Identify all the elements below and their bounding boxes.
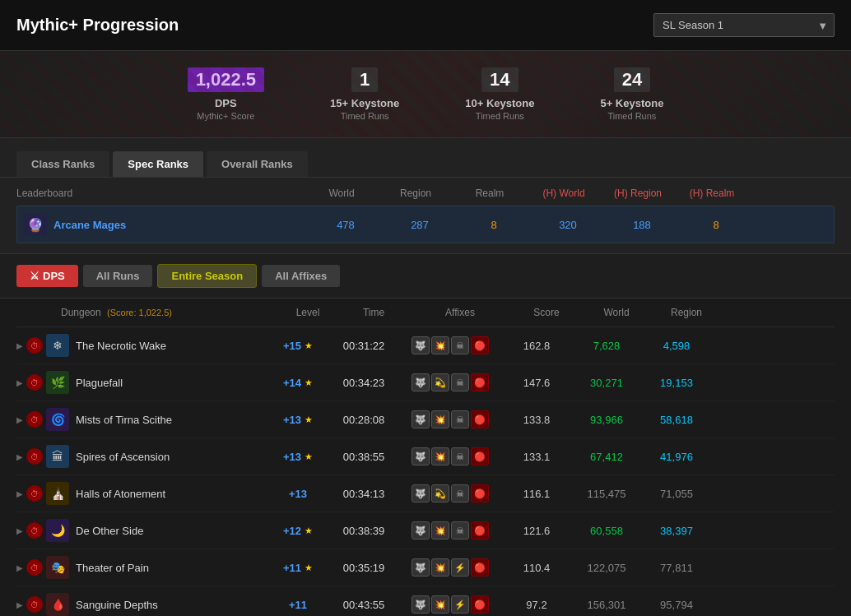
lb-header-region: Region — [379, 188, 453, 199]
dungeon-table-header: Dungeon (Score: 1,022.5) Level Time Affi… — [16, 299, 835, 327]
leaderboard-section: Leaderboard World Region Realm (H) World… — [0, 178, 851, 254]
dungeon-name: Plaguefall — [76, 377, 265, 389]
affix-icon: 🔴 — [471, 521, 489, 540]
page-header: Mythic+ Progression SL Season 1 ▼ — [0, 0, 851, 51]
season-selector[interactable]: SL Season 1 ▼ — [653, 13, 835, 37]
expand-icon[interactable]: ▶ — [16, 415, 23, 424]
stat-dps-score: 1,022.5 DPS Mythic+ Score — [188, 67, 264, 121]
table-row[interactable]: ▶ ⏱ 🌙 De Other Side +12 ★ 00:38:39 🐺 💥 ☠… — [16, 512, 835, 549]
timed-icon: ⏱ — [26, 411, 43, 428]
lb-header-h-region: (H) Region — [601, 188, 675, 199]
dungeon-level: +14 ★ — [265, 377, 331, 389]
dh-region-col: Region — [653, 307, 719, 318]
dungeon-tab-all-runs[interactable]: All Runs — [83, 265, 153, 287]
expand-icon[interactable]: ▶ — [16, 341, 23, 350]
affix-icon: 🔴 — [471, 595, 489, 614]
dungeon-name: The Necrotic Wake — [76, 340, 265, 352]
affix-icon: 💥 — [431, 336, 449, 354]
dungeon-affixes: 🐺 💥 ☠ 🔴 — [397, 410, 504, 428]
dungeon-tab-entire-season[interactable]: Entire Season — [157, 264, 257, 288]
lb-region: 287 — [383, 219, 457, 231]
dungeon-tab-all-affixes[interactable]: All Affixes — [262, 265, 340, 287]
table-row[interactable]: ▶ ⏱ 🌀 Mists of Tirna Scithe +13 ★ 00:28:… — [16, 401, 835, 438]
stat-5plus: 24 5+ Keystone Timed Runs — [600, 67, 663, 121]
lb-header-leaderboard: Leaderboard — [16, 188, 305, 199]
dh-world-col: World — [579, 307, 653, 318]
dungeon-score: 121.6 — [504, 525, 570, 537]
dh-affixes-col: Affixes — [407, 307, 514, 318]
lb-header-world: World — [305, 188, 379, 199]
affix-icon: 🐺 — [412, 447, 430, 465]
affix-icon: 💫 — [431, 373, 449, 391]
dungeon-name: De Other Side — [76, 525, 265, 537]
dungeon-time: 00:38:39 — [331, 525, 397, 537]
affix-icon: 🔴 — [471, 447, 489, 465]
timed-icon: ⏱ — [26, 559, 43, 576]
affix-icon: 🐺 — [412, 410, 430, 428]
affix-icon: 💥 — [431, 447, 449, 465]
dh-dungeon-col: Dungeon (Score: 1,022.5) — [61, 307, 275, 318]
dungeon-name: Theater of Pain — [76, 562, 265, 574]
expand-icon[interactable]: ▶ — [16, 600, 23, 609]
tab-class-ranks[interactable]: Class Ranks — [16, 151, 109, 177]
dungeon-score: 133.8 — [504, 414, 570, 426]
expand-icon[interactable]: ▶ — [16, 452, 23, 461]
dungeon-affixes: 🐺 💥 ☠ 🔴 — [397, 521, 504, 540]
table-row[interactable]: ▶ ⏱ 🌿 Plaguefall +14 ★ 00:34:23 🐺 💫 ☠ 🔴 … — [16, 364, 835, 401]
dh-level-col: Level — [275, 307, 341, 318]
dh-score-col: Score — [514, 307, 579, 318]
dungeon-icon: 🌿 — [46, 371, 69, 394]
dungeon-affixes: 🐺 💥 ☠ 🔴 — [397, 447, 504, 465]
dungeon-controls: ⚔DPS All Runs Entire Season All Affixes — [0, 254, 851, 299]
lb-realm: 8 — [457, 219, 531, 231]
season-select-input[interactable]: SL Season 1 — [653, 13, 835, 37]
affix-icon: ⚡ — [451, 595, 469, 614]
dungeon-region: 41,976 — [644, 451, 709, 463]
lb-header-realm: Realm — [453, 188, 527, 199]
tab-overall-ranks[interactable]: Overall Ranks — [207, 151, 308, 177]
dungeon-world: 30,271 — [570, 377, 644, 389]
expand-icon[interactable]: ▶ — [16, 378, 23, 387]
dungeon-world: 7,628 — [570, 340, 644, 352]
affix-icon: ☠ — [451, 447, 469, 465]
affix-icon: 🔴 — [471, 410, 489, 428]
dungeon-icon: 🎭 — [46, 556, 69, 579]
affix-icon: 🐺 — [412, 595, 430, 614]
15plus-value: 1 — [351, 67, 378, 92]
lb-header-h-world: (H) World — [527, 188, 601, 199]
dungeon-affixes: 🐺 💫 ☠ 🔴 — [397, 484, 504, 503]
affix-icon: 💫 — [431, 484, 449, 503]
dh-score-label: (Score: 1,022.5) — [107, 308, 172, 317]
dungeon-time: 00:34:23 — [331, 377, 397, 389]
affix-icon: ☠ — [451, 410, 469, 428]
expand-icon[interactable]: ▶ — [16, 489, 23, 498]
dungeon-level: +12 ★ — [265, 525, 331, 537]
page-title: Mythic+ Progression — [16, 16, 179, 35]
dungeon-name: Sanguine Depths — [76, 599, 265, 611]
dungeon-icon: 🏛 — [46, 445, 69, 468]
dungeon-time: 00:34:13 — [331, 488, 397, 500]
affix-icon: 🔴 — [471, 558, 489, 577]
dungeon-world: 156,301 — [570, 599, 644, 611]
table-row[interactable]: ▶ ⏱ ⛪ Halls of Atonement +13 00:34:13 🐺 … — [16, 475, 835, 512]
table-row[interactable]: ▶ ⏱ 🎭 Theater of Pain +11 ★ 00:35:19 🐺 💥… — [16, 549, 835, 586]
dungeon-affixes: 🐺 💥 ☠ 🔴 — [397, 336, 504, 354]
10plus-label: 10+ Keystone — [465, 97, 534, 109]
dungeon-world: 122,075 — [570, 562, 644, 574]
dungeon-region: 19,153 — [644, 377, 709, 389]
tab-spec-ranks[interactable]: Spec Ranks — [113, 151, 203, 177]
dungeon-score: 116.1 — [504, 488, 570, 500]
leaderboard-row[interactable]: 🔮 Arcane Mages 478 287 8 320 188 8 — [16, 206, 835, 243]
table-row[interactable]: ▶ ⏱ 🏛 Spires of Ascension +13 ★ 00:38:55… — [16, 438, 835, 475]
table-row[interactable]: ▶ ⏱ 🩸 Sanguine Depths +11 00:43:55 🐺 💥 ⚡… — [16, 586, 835, 616]
dungeon-region: 58,618 — [644, 414, 709, 426]
expand-icon[interactable]: ▶ — [16, 526, 23, 535]
10plus-value: 14 — [481, 67, 518, 92]
dungeon-name: Halls of Atonement — [76, 488, 265, 500]
table-row[interactable]: ▶ ⏱ ❄ The Necrotic Wake +15 ★ 00:31:22 🐺… — [16, 327, 835, 364]
dungeon-world: 93,966 — [570, 414, 644, 426]
expand-icon[interactable]: ▶ — [16, 563, 23, 572]
dungeon-tab-dps[interactable]: ⚔DPS — [16, 265, 78, 287]
dungeon-world: 115,475 — [570, 488, 644, 500]
dungeon-region: 4,598 — [644, 340, 709, 352]
